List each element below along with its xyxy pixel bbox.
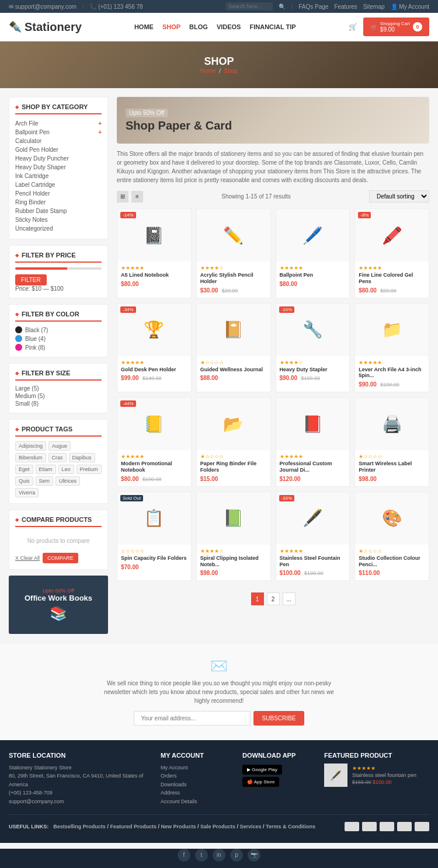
store-email[interactable]: support@company.com [9,797,149,806]
nav-videos[interactable]: VIDEOS [217,23,241,30]
twitter-link[interactable]: t [195,849,208,862]
color-filter-item[interactable]: Pink (8) [15,344,102,351]
useful-link[interactable]: Sale Products [200,824,235,829]
account-link[interactable]: 👤 My Account [391,4,429,10]
product-card[interactable]: 📕 ★★★★★ Professional Custom Journal Di..… [276,397,350,487]
useful-link[interactable]: Featured Products [110,824,157,829]
sort-select[interactable]: Default sorting [369,190,429,203]
category-item[interactable]: Gold Pen Holder [15,145,102,154]
useful-link[interactable]: Bestselling Products [53,824,106,829]
page-button[interactable]: 1 [251,592,264,605]
category-item[interactable]: Uncategorized [15,224,102,233]
category-item[interactable]: Ring Binder [15,198,102,207]
product-card[interactable]: 📗 ★★★★☆ Spiral Clipping Isolated Noteb..… [196,491,271,581]
footer-account-link[interactable]: Downloads [161,780,231,789]
google-play-badge[interactable]: ▶ Google Play [242,765,282,775]
pinterest-link[interactable]: p [230,849,243,862]
cart-button[interactable]: 🛒 Shopping Cart $9.00 0 [363,18,429,36]
size-filter-item[interactable]: Large (5) [15,385,102,392]
newsletter-email-input[interactable] [134,711,251,726]
useful-link[interactable]: New Products [161,824,196,829]
size-filter-item[interactable]: Small (8) [15,400,102,407]
category-item[interactable]: Rubber Date Stamp [15,207,102,215]
product-card[interactable]: 🔧 -10% ★★★★☆ Heavy Duty Stapler $90.00 $… [276,303,350,393]
product-card[interactable]: 📂 ★☆☆☆☆ Paper Ring Binder File Folders $… [196,397,271,487]
product-card[interactable]: 🎨 ★☆☆☆☆ Studio Collection Colour Penci..… [354,491,429,581]
product-tag[interactable]: Eget [15,465,33,474]
category-item[interactable]: Ink Cartridge [15,172,102,180]
breadcrumb-home[interactable]: Home [200,68,216,74]
category-item[interactable]: Heavy Duty Puncher [15,154,102,163]
category-item[interactable]: Label Cartridge [15,180,102,189]
products-grid: 📓 -14% ★★★★★ A5 Lined Notebook $80.00 ✏️… [117,208,429,581]
product-tag[interactable]: Quis [15,476,33,486]
price-slider[interactable] [15,267,102,270]
product-card[interactable]: 📒 -44% ★★★★★ Modern Promotional Notebook… [117,397,192,487]
category-item[interactable]: Sticky Notes [15,215,102,224]
product-card[interactable]: 🖋️ -33% ★★★★★ Stainless Steel Fountain P… [276,491,350,581]
compare-button[interactable]: COMPARE [43,553,78,563]
nav-financial[interactable]: FINANCIAL TIP [249,23,296,30]
list-view-icon[interactable]: ≡ [131,191,143,203]
app-store-badge[interactable]: 🍎 App Store [242,777,279,787]
product-card[interactable]: 🖍️ -8% ★★★★★ Fine Line Colored Gel Pens … [354,208,429,298]
category-item[interactable]: Heavy Duty Shaper [15,163,102,172]
filter-button[interactable]: FILTER [15,274,47,285]
product-tag[interactable]: Bibendum [15,453,46,462]
product-emoji: 🎨 [382,508,402,528]
phone-link[interactable]: 📞 (+01) 123 456 78 [89,4,142,10]
category-item[interactable]: Ballpoint Pen+ [15,128,102,137]
useful-link[interactable]: Terms & Conditions [266,824,315,829]
product-card[interactable]: 🏆 -34% ★★★★★ Gold Desk Pen Holder $99.00… [117,303,192,393]
color-filter-item[interactable]: Blue (4) [15,335,102,342]
product-tag[interactable]: Adipiscing [15,441,46,451]
color-filter-item[interactable]: Black (7) [15,326,102,333]
footer-account-link[interactable]: Account Details [161,797,231,806]
instagram-link[interactable]: 📷 [248,849,260,862]
product-card[interactable]: 🖨️ ★☆☆☆☆ Smart Wireless Label Printer $9… [354,397,429,487]
category-section: SHOP BY CATEGORY Arch File+Ballpoint Pen… [9,97,108,239]
product-card[interactable]: ✏️ ★★★★☆ Acrylic Stylish Pencil Holder $… [196,208,271,298]
product-tag[interactable]: Ultrices [55,476,80,486]
size-filter-item[interactable]: Medium (5) [15,393,102,399]
footer-account-link[interactable]: Orders [161,772,231,780]
grid-view-icon[interactable]: ⊞ [117,191,128,203]
category-item[interactable]: Pencil Holder [15,189,102,198]
nav-blog[interactable]: BLOG [189,23,208,30]
category-item[interactable]: Calculator [15,137,102,145]
clear-button[interactable]: X Clear All [15,555,40,561]
nav-home[interactable]: HOME [134,23,154,30]
page-button[interactable]: ... [283,592,296,605]
subscribe-button[interactable]: SUBSCRIBE [253,711,305,726]
product-card[interactable]: 📋 Sold Out ☆☆☆☆☆ Spin Capacity File Fold… [117,491,192,581]
product-card[interactable]: 📓 -14% ★★★★★ A5 Lined Notebook $80.00 [117,208,192,298]
product-tag[interactable]: Viverra [15,488,39,497]
product-tag[interactable]: Sem [36,476,54,486]
features-link[interactable]: Features [334,4,357,10]
facebook-link[interactable]: f [178,849,190,862]
footer-account-link[interactable]: Address [161,789,231,797]
useful-link[interactable]: Services [240,824,262,829]
linkedin-link[interactable]: in [213,849,225,862]
search-input[interactable] [226,2,273,11]
product-card[interactable]: 📔 ★☆☆☆☆ Guided Wellness Journal $88.00 [196,303,271,393]
product-card[interactable]: 📁 ★★★★★ Lever Arch File A4 3-inch 5pin..… [354,303,429,393]
product-tag[interactable]: Leo [58,465,74,474]
search-icon[interactable]: 🔍 [279,4,286,10]
page-button[interactable]: 2 [267,592,280,605]
category-item[interactable]: Arch File+ [15,119,102,128]
nav-shop[interactable]: SHOP [162,23,180,30]
faqs-link[interactable]: FAQs Page [298,4,328,10]
email-link[interactable]: ✉ support@company.com [9,4,77,10]
product-tag[interactable]: Cras [48,453,67,462]
product-tag[interactable]: Dapibus [69,453,95,462]
footer-account-link[interactable]: My Account [161,764,231,772]
wishlist-icon[interactable]: 🛒 [349,23,357,31]
sitemap-link[interactable]: Sitemap [363,4,385,10]
product-card[interactable]: 🖊️ ★★★★★ Ballpoint Pen $80.00 [276,208,350,298]
product-tag[interactable]: Augue [48,441,71,451]
product-tag[interactable]: Etiam [36,465,56,474]
logo[interactable]: ✒️ Stationery [9,20,82,34]
featured-product-name[interactable]: Stainless steel fountain pen [352,771,416,779]
product-tag[interactable]: Pretium [77,465,102,474]
